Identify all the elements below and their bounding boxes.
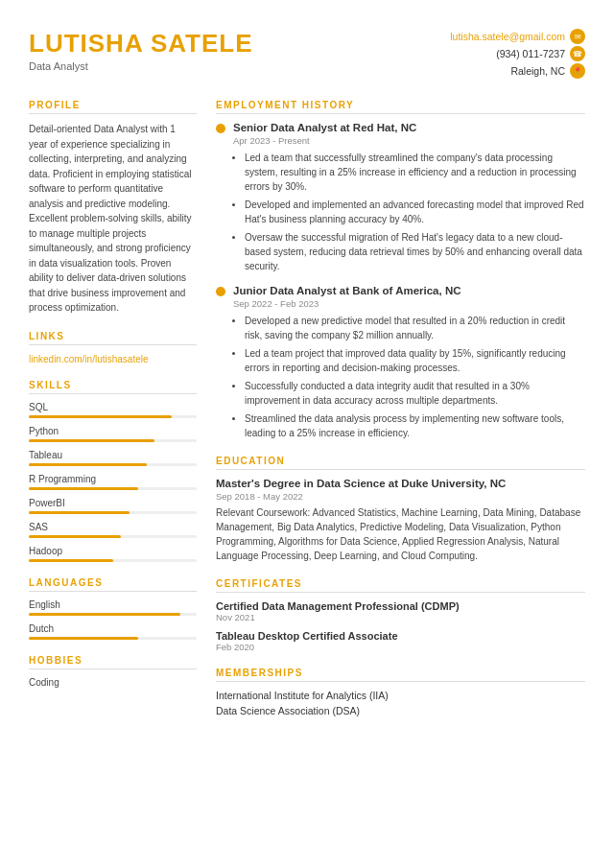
job-bullet: Streamlined the data analysis process by… — [245, 411, 585, 440]
link-item: linkedin.com/in/lutishasatele — [29, 353, 197, 364]
memberships-list: International Institute for Analytics (I… — [216, 690, 585, 716]
cert-date: Feb 2020 — [216, 642, 585, 652]
certificate-item: Certified Data Management Professional (… — [216, 600, 585, 622]
education-item: Master's Degree in Data Science at Duke … — [216, 478, 585, 563]
skill-name: PowerBI — [29, 498, 197, 508]
skill-item: SAS — [29, 522, 197, 538]
edu-date: Sep 2018 - May 2022 — [216, 491, 585, 502]
skill-bar-bg — [29, 511, 197, 514]
skill-bar-fill — [29, 463, 147, 466]
links-section-title: LINKS — [29, 331, 197, 345]
skill-name: Hadoop — [29, 546, 197, 556]
skill-item: PowerBI — [29, 498, 197, 514]
skill-item: SQL — [29, 402, 197, 418]
skill-item: Tableau — [29, 450, 197, 466]
job-title: Senior Data Analyst at Red Hat, NC — [233, 122, 416, 133]
phone-row: (934) 011-7237 ☎ — [450, 46, 585, 61]
job-dot — [216, 287, 225, 296]
job-date: Sep 2022 - Feb 2023 — [233, 298, 585, 309]
job-bullet: Developed and implemented an advanced fo… — [245, 198, 585, 226]
languages-section-title: LANGUAGES — [29, 577, 197, 592]
membership-item: International Institute for Analytics (I… — [216, 690, 585, 701]
skill-bar-fill — [29, 415, 172, 418]
memberships-section-title: MEMBERSHIPS — [216, 668, 585, 682]
profile-section-title: PROFILE — [29, 100, 197, 114]
skill-bar-bg — [29, 463, 197, 466]
job-bullet: Oversaw the successful migration of Red … — [245, 230, 585, 273]
skill-item: Hadoop — [29, 546, 197, 562]
hobbies-list: Coding — [29, 677, 197, 688]
skills-section-title: SKILLS — [29, 380, 197, 394]
language-item: English — [29, 599, 197, 616]
language-name: English — [29, 599, 197, 610]
certificates-section-title: CERTIFICATES — [216, 578, 585, 593]
job-header: Senior Data Analyst at Red Hat, NC — [216, 122, 585, 133]
edu-degree: Master's Degree in Data Science at Duke … — [216, 478, 585, 489]
skill-item: Python — [29, 426, 197, 442]
job-bullet: Successfully conducted a data integrity … — [245, 379, 585, 408]
skills-list: SQL Python Tableau R Programming PowerBI — [29, 402, 197, 562]
certificates-list: Certified Data Management Professional (… — [216, 600, 585, 652]
job-dot — [216, 124, 225, 133]
hobbies-section-title: HOBBIES — [29, 655, 197, 669]
skill-name: SAS — [29, 522, 197, 532]
phone-icon: ☎ — [570, 46, 585, 61]
education-list: Master's Degree in Data Science at Duke … — [216, 478, 585, 563]
membership-item: Data Science Association (DSA) — [216, 705, 585, 716]
email-icon: ✉ — [570, 29, 585, 44]
employment-section-title: EMPLOYMENT HISTORY — [216, 100, 585, 114]
cert-name: Tableau Desktop Certified Associate — [216, 630, 585, 642]
header-right: lutisha.satele@gmail.com ✉ (934) 011-723… — [450, 29, 585, 81]
skill-name: Python — [29, 426, 197, 436]
skill-name: SQL — [29, 402, 197, 412]
skill-bar-bg — [29, 559, 197, 562]
location-text: Raleigh, NC — [510, 65, 565, 77]
language-bar-fill — [29, 613, 180, 616]
profile-text: Detail-oriented Data Analyst with 1 year… — [29, 122, 197, 316]
language-bar-fill — [29, 637, 138, 640]
jobs-list: Senior Data Analyst at Red Hat, NC Apr 2… — [216, 122, 585, 440]
job-header: Junior Data Analyst at Bank of America, … — [216, 285, 585, 296]
right-column: EMPLOYMENT HISTORY Senior Data Analyst a… — [216, 100, 585, 720]
left-column: PROFILE Detail-oriented Data Analyst wit… — [29, 100, 197, 720]
header: LUTISHA SATELE Data Analyst lutisha.sate… — [29, 29, 585, 81]
skill-name: Tableau — [29, 450, 197, 460]
certificate-item: Tableau Desktop Certified Associate Feb … — [216, 630, 585, 652]
edu-text: Relevant Coursework: Advanced Statistics… — [216, 505, 585, 563]
job-bullets: Led a team that successfully streamlined… — [233, 151, 585, 273]
skill-name: R Programming — [29, 474, 197, 484]
skill-item: R Programming — [29, 474, 197, 490]
candidate-title: Data Analyst — [29, 60, 253, 72]
email-row: lutisha.satele@gmail.com ✉ — [450, 29, 585, 44]
job-bullet: Developed a new predictive model that re… — [245, 314, 585, 342]
languages-list: English Dutch — [29, 599, 197, 640]
job-bullet: Led a team that successfully streamlined… — [245, 151, 585, 194]
hobby-item: Coding — [29, 677, 197, 688]
skill-bar-bg — [29, 415, 197, 418]
header-left: LUTISHA SATELE Data Analyst — [29, 29, 253, 72]
job-item: Junior Data Analyst at Bank of America, … — [216, 285, 585, 440]
skill-bar-fill — [29, 535, 121, 538]
skill-bar-bg — [29, 487, 197, 490]
language-item: Dutch — [29, 623, 197, 640]
education-section-title: EDUCATION — [216, 456, 585, 470]
skill-bar-fill — [29, 511, 130, 514]
job-item: Senior Data Analyst at Red Hat, NC Apr 2… — [216, 122, 585, 273]
job-date: Apr 2023 - Present — [233, 135, 585, 146]
linkedin-link[interactable]: linkedin.com/in/lutishasatele — [29, 354, 149, 364]
cert-date: Nov 2021 — [216, 612, 585, 622]
candidate-name: LUTISHA SATELE — [29, 29, 253, 59]
location-row: Raleigh, NC 📍 — [450, 63, 585, 79]
body: PROFILE Detail-oriented Data Analyst wit… — [29, 100, 585, 720]
skill-bar-bg — [29, 535, 197, 538]
location-icon: 📍 — [570, 63, 585, 79]
resume-container: LUTISHA SATELE Data Analyst lutisha.sate… — [0, 0, 614, 739]
job-title: Junior Data Analyst at Bank of America, … — [233, 285, 461, 296]
skill-bar-bg — [29, 439, 197, 442]
email-link[interactable]: lutisha.satele@gmail.com — [450, 31, 565, 42]
language-bar-bg — [29, 613, 197, 616]
skill-bar-fill — [29, 559, 113, 562]
job-bullet: Led a team project that improved data qu… — [245, 346, 585, 375]
phone-text: (934) 011-7237 — [496, 48, 565, 59]
skill-bar-fill — [29, 439, 154, 442]
